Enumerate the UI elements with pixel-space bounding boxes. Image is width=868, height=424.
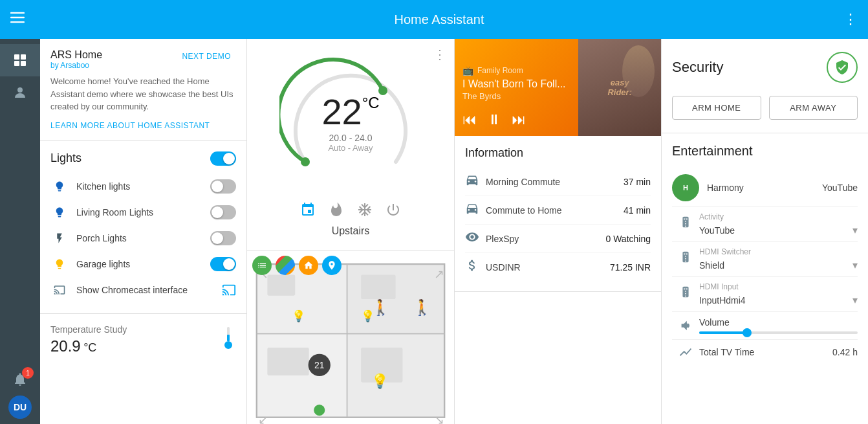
cast-icon: 📺	[462, 65, 473, 76]
flame-icon[interactable]	[329, 202, 344, 221]
demo-description: Welcome home! You've reached the Home As…	[50, 75, 236, 113]
svg-rect-9	[227, 335, 230, 341]
svg-rect-18	[267, 275, 295, 296]
car-icon	[465, 173, 486, 190]
temp-label: Temperature Study	[50, 324, 127, 335]
chevron-down-icon: ▾	[852, 294, 858, 306]
thermostat-controls	[300, 202, 401, 221]
skip-prev-button[interactable]: ⏮	[462, 111, 477, 128]
sidebar-item-user[interactable]	[0, 76, 40, 109]
shield-icon	[827, 52, 858, 83]
hdmi-switcher-select[interactable]: Shield ▾	[699, 259, 858, 271]
harmony-value: YouTube	[822, 183, 858, 193]
activity-row: Activity YouTube ▾	[672, 207, 858, 242]
hdmi-input-row: HDMI Input InputHdmi4 ▾	[672, 277, 858, 312]
hdmi-switcher-row: HDMI Switcher Shield ▾	[672, 242, 858, 277]
sidebar-item-dashboard[interactable]	[0, 44, 40, 76]
svg-rect-6	[21, 61, 26, 66]
next-demo-button[interactable]: NEXT DEMO	[177, 49, 236, 63]
thermostat-range: 20.0 - 24.0	[329, 133, 373, 143]
main-content: ARS Home by Arsaboo NEXT DEMO Welcome ho…	[40, 39, 868, 424]
dollar-icon	[465, 258, 486, 276]
arm-away-button[interactable]: ARM AWAY	[769, 96, 858, 120]
hdmi-input-label: HDMI Input	[699, 282, 858, 291]
svg-rect-2	[10, 21, 25, 23]
more-options-icon[interactable]: ⋮	[843, 11, 858, 28]
hdmi-input-select[interactable]: InputHdmi4 ▾	[699, 294, 858, 306]
list-item: Kitchen lights	[50, 173, 236, 199]
svg-rect-20	[267, 348, 309, 375]
svg-rect-16	[257, 334, 347, 418]
list-item: Porch Lights	[50, 225, 236, 251]
svg-rect-3	[14, 54, 19, 60]
entertainment-title: Entertainment	[672, 144, 858, 159]
garage-lights-toggle[interactable]	[210, 257, 236, 271]
pause-button[interactable]: ⏸	[487, 111, 501, 128]
list-item: Living Room Lights	[50, 199, 236, 225]
porch-lights-toggle[interactable]	[210, 231, 236, 245]
lights-card: Lights Kitchen lights Living Room Lights	[40, 141, 246, 314]
avatar[interactable]: DU	[8, 396, 32, 419]
chevron-down-icon: ▾	[852, 259, 858, 271]
thermostat-dial: 22 °C 20.0 - 24.0 Auto - Away	[279, 52, 422, 194]
security-card: Security ARM HOME ARM AWAY	[662, 39, 868, 133]
demo-title: ARS Home	[50, 49, 102, 61]
volume-label: Volume	[699, 317, 858, 328]
svg-text:💡: 💡	[292, 309, 306, 323]
thermostat-name: Upstairs	[332, 225, 370, 237]
thermostat-mode: Auto - Away	[328, 143, 373, 153]
info-label: Commute to Home	[486, 205, 624, 216]
volume-row: Volume	[672, 312, 858, 340]
temperature-study-card: Temperature Study 20.9 °C	[40, 314, 246, 366]
activity-label: Activity	[699, 212, 858, 221]
info-value: 37 min	[624, 177, 651, 187]
info-label: PlexSpy	[486, 234, 605, 244]
floorplan-icon-green[interactable]	[252, 256, 272, 275]
thermostat-unit: °C	[362, 94, 380, 112]
media-artist: The Byrds	[462, 91, 653, 101]
svg-point-10	[224, 341, 232, 349]
svg-rect-4	[21, 54, 26, 60]
living-room-lights-toggle[interactable]	[210, 205, 236, 219]
svg-text:💡: 💡	[371, 373, 389, 390]
volume-icon	[672, 318, 699, 333]
info-row-usdinr: USDINR 71.25 INR	[465, 253, 651, 281]
floorplan-icon-orange[interactable]	[299, 256, 318, 275]
calendar-icon[interactable]	[300, 202, 316, 221]
sidebar-item-notifications[interactable]: 1	[0, 363, 40, 396]
activity-value: YouTube	[699, 225, 735, 236]
activity-select[interactable]: YouTube ▾	[699, 224, 858, 236]
skip-next-button[interactable]: ⏭	[512, 111, 526, 128]
info-label: USDINR	[486, 262, 610, 273]
remote-icon	[672, 212, 699, 229]
app-title: Home Assistant	[35, 12, 843, 27]
volume-slider[interactable]	[699, 331, 858, 334]
snowflake-icon[interactable]	[357, 202, 373, 221]
arm-home-button[interactable]: ARM HOME	[672, 96, 761, 120]
media-source: 📺 Family Room	[462, 65, 653, 76]
menu-icon[interactable]	[10, 10, 25, 28]
right-info-panel: easyRider: 📺 Family Room I Wasn't Born T…	[454, 39, 661, 424]
center-panel: ⋮ 22 °C 20.0 - 24.0	[247, 39, 454, 424]
bulb-icon	[50, 255, 69, 273]
harmony-icon: H	[672, 174, 699, 201]
power-icon[interactable]	[385, 202, 401, 221]
floorplan-icon-multi[interactable]	[276, 256, 295, 275]
information-title: Information	[465, 146, 651, 160]
lights-master-toggle[interactable]	[210, 151, 236, 166]
notification-badge: 1	[22, 367, 34, 379]
floorplan-icon-blue[interactable]	[322, 256, 342, 275]
thermostat-menu-icon[interactable]: ⋮	[433, 47, 446, 62]
chevron-down-icon: ▾	[852, 224, 858, 236]
eye-icon	[465, 230, 486, 247]
light-name: Kitchen lights	[76, 181, 210, 192]
information-card: Information Morning Commute 37 min Commu…	[455, 136, 661, 292]
left-panel: ARS Home by Arsaboo NEXT DEMO Welcome ho…	[40, 39, 247, 424]
entertainment-card: Entertainment H Harmony YouTube Activity…	[662, 133, 868, 375]
thunder-icon	[50, 229, 69, 247]
learn-more-link[interactable]: LEARN MORE ABOUT HOME ASSISTANT	[50, 121, 236, 130]
info-value: 71.25 INR	[610, 262, 651, 273]
demo-card: ARS Home by Arsaboo NEXT DEMO Welcome ho…	[40, 39, 246, 141]
info-row-commute-home: Commute to Home 41 min	[465, 196, 651, 225]
kitchen-lights-toggle[interactable]	[210, 179, 236, 194]
